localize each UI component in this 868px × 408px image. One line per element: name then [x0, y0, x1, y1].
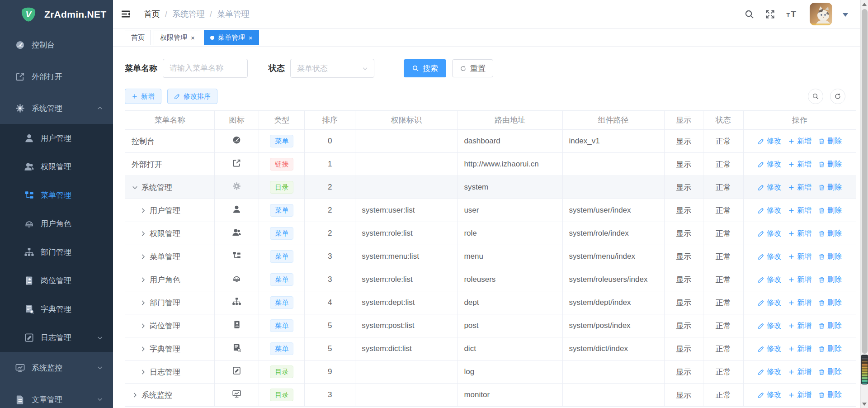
- sidebar-item-role[interactable]: 权限管理: [0, 152, 113, 181]
- add-link[interactable]: 新增: [788, 298, 811, 308]
- add-link[interactable]: 新增: [788, 160, 811, 169]
- breadcrumb-home[interactable]: 首页: [144, 9, 160, 19]
- delete-link[interactable]: 删除: [818, 206, 842, 215]
- logo-text: ZrAdmin.NET: [44, 9, 106, 20]
- add-button[interactable]: 新增: [125, 89, 161, 104]
- sidebar-item-post[interactable]: 岗位管理: [0, 266, 113, 295]
- edit-link[interactable]: 修改: [758, 298, 781, 308]
- edit-link[interactable]: 修改: [758, 137, 781, 146]
- row-actions: 修改新增删除: [745, 137, 854, 146]
- edit-link[interactable]: 修改: [758, 390, 781, 400]
- component-cell: system/roleusers/index: [562, 268, 664, 291]
- refresh-icon: [460, 65, 467, 72]
- chevron-right-icon[interactable]: [140, 346, 146, 352]
- delete-link[interactable]: 删除: [818, 390, 842, 400]
- sort-button[interactable]: 修改排序: [167, 89, 217, 104]
- chevron-right-icon[interactable]: [140, 207, 146, 214]
- app-logo[interactable]: V ZrAdmin.NET: [0, 0, 113, 29]
- search-toggle-button[interactable]: [808, 89, 823, 104]
- chevron-right-icon[interactable]: [140, 323, 146, 329]
- chevron-down-icon[interactable]: [132, 184, 138, 191]
- add-link[interactable]: 新增: [788, 137, 811, 146]
- delete-link[interactable]: 删除: [818, 298, 842, 308]
- status-select[interactable]: 菜单状态: [290, 59, 374, 78]
- tab-label: 首页: [131, 33, 145, 42]
- scroll-down-arrow[interactable]: [862, 403, 867, 406]
- edit-link[interactable]: 修改: [758, 275, 781, 285]
- close-icon[interactable]: ×: [191, 34, 195, 41]
- hamburger-icon[interactable]: [120, 9, 131, 19]
- add-link[interactable]: 新增: [788, 367, 811, 377]
- menu-name-input[interactable]: [163, 59, 248, 78]
- delete-link[interactable]: 删除: [818, 183, 842, 192]
- sidebar-item-system[interactable]: 系统管理: [0, 92, 113, 124]
- add-link[interactable]: 新增: [788, 252, 811, 261]
- status-label: 状态: [269, 63, 285, 74]
- delete-link[interactable]: 删除: [818, 321, 842, 331]
- edit-link[interactable]: 修改: [758, 344, 781, 354]
- sidebar-item-dept[interactable]: 部门管理: [0, 238, 113, 266]
- edit-link[interactable]: 修改: [758, 252, 781, 261]
- delete-link[interactable]: 删除: [818, 367, 842, 377]
- sidebar-item-dict[interactable]: 字典管理: [0, 295, 113, 323]
- edit-link[interactable]: 修改: [758, 229, 781, 238]
- edit-link[interactable]: 修改: [758, 206, 781, 215]
- delete-link[interactable]: 删除: [818, 344, 842, 354]
- edit-link[interactable]: 修改: [758, 367, 781, 377]
- delete-link[interactable]: 删除: [818, 275, 842, 285]
- delete-link[interactable]: 删除: [818, 229, 842, 238]
- refresh-table-button[interactable]: [830, 89, 845, 104]
- pencil-icon: [758, 230, 764, 237]
- edit-link[interactable]: 修改: [758, 183, 781, 192]
- order-cell: 0: [305, 130, 355, 153]
- add-link[interactable]: 新增: [788, 390, 811, 400]
- search-icon[interactable]: [744, 9, 755, 19]
- tab-menu[interactable]: 菜单管理 ×: [204, 30, 259, 45]
- pencil-icon: [758, 253, 764, 260]
- menu-name-cell: 部门管理: [132, 298, 208, 308]
- perm-cell: [355, 153, 458, 176]
- search-button[interactable]: 搜索: [404, 59, 446, 77]
- scroll-up-arrow[interactable]: [862, 3, 867, 6]
- sidebar-item-monitor[interactable]: 系统监控: [0, 352, 113, 384]
- sidebar-item-menu[interactable]: 菜单管理: [0, 181, 113, 209]
- add-link[interactable]: 新增: [788, 206, 811, 215]
- caret-down-icon[interactable]: [843, 13, 848, 19]
- tab-role[interactable]: 权限管理 ×: [154, 30, 201, 45]
- delete-link[interactable]: 删除: [818, 160, 842, 169]
- chevron-right-icon[interactable]: [140, 299, 146, 306]
- reset-button[interactable]: 重置: [452, 59, 493, 77]
- sidebar-item-user[interactable]: 用户管理: [0, 124, 113, 152]
- sidebar-item-external[interactable]: 外部打开: [0, 61, 113, 92]
- chevron-right-icon[interactable]: [132, 392, 138, 399]
- menu-name: 菜单管理: [150, 251, 180, 262]
- chevron-right-icon[interactable]: [140, 230, 146, 237]
- fullscreen-icon[interactable]: [765, 9, 775, 19]
- font-size-icon[interactable]: TT: [786, 9, 799, 19]
- add-link[interactable]: 新增: [788, 344, 811, 354]
- add-link[interactable]: 新增: [788, 275, 811, 285]
- sidebar-item-roleusers[interactable]: 用户角色: [0, 209, 113, 238]
- add-link[interactable]: 新增: [788, 183, 811, 192]
- breadcrumb: 首页 / 系统管理 / 菜单管理: [144, 9, 250, 19]
- add-link[interactable]: 新增: [788, 321, 811, 331]
- add-link[interactable]: 新增: [788, 229, 811, 238]
- delete-link[interactable]: 删除: [818, 137, 842, 146]
- delete-link[interactable]: 删除: [818, 252, 842, 261]
- sidebar-item-log[interactable]: 日志管理: [0, 323, 113, 352]
- plus-icon: [788, 346, 795, 352]
- chevron-right-icon[interactable]: [140, 276, 146, 283]
- scrollbar[interactable]: [860, 0, 868, 408]
- column-header: 权限标识: [355, 111, 458, 130]
- chevron-right-icon[interactable]: [140, 369, 146, 375]
- sidebar-item-label: 字典管理: [41, 304, 71, 314]
- sidebar-item-console[interactable]: 控制台: [0, 29, 113, 61]
- edit-link[interactable]: 修改: [758, 321, 781, 331]
- edit-link[interactable]: 修改: [758, 160, 781, 169]
- scrollbar-thumb[interactable]: [862, 9, 868, 354]
- close-icon[interactable]: ×: [249, 34, 253, 41]
- sidebar-item-article[interactable]: 文章管理: [0, 384, 113, 408]
- chevron-right-icon[interactable]: [140, 253, 146, 260]
- user-avatar[interactable]: [810, 3, 832, 25]
- tab-home[interactable]: 首页: [125, 30, 151, 45]
